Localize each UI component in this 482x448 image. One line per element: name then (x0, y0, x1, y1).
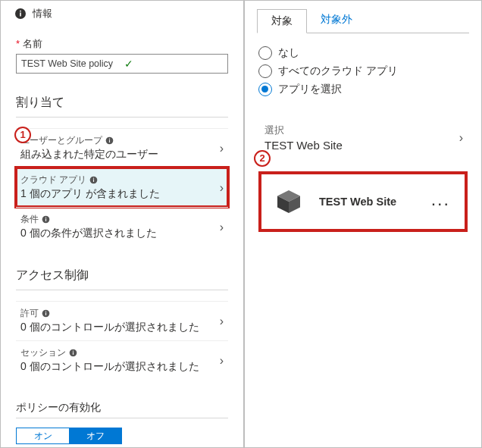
info-icon (105, 136, 114, 145)
svg-rect-7 (93, 179, 94, 181)
info-icon (42, 309, 50, 318)
svg-rect-16 (73, 352, 74, 354)
chevron-right-icon: › (220, 354, 224, 368)
cube-icon (275, 188, 302, 215)
chevron-right-icon: › (220, 315, 224, 328)
assign-item-users-value: 組み込まれた特定のユーザー (20, 146, 205, 161)
name-input[interactable]: TEST Web Site policy ✓ (16, 54, 228, 74)
svg-rect-14 (45, 312, 46, 312)
access-item-grant[interactable]: 許可 0 個のコントロールが選択されました › (16, 301, 228, 340)
info-icon (42, 215, 50, 224)
radio-all-apps[interactable]: すべてのクラウド アプリ (258, 62, 468, 80)
panel-header: 情報 (1, 1, 243, 27)
name-label: *名前 (16, 27, 228, 54)
svg-rect-4 (109, 139, 110, 142)
enable-policy-heading: ポリシーの有効化 (16, 401, 228, 415)
svg-rect-5 (109, 139, 110, 139)
tab-exclude[interactable]: 対象外 (307, 8, 366, 33)
assign-item-conditions[interactable]: 条件 0 個の条件が選択されました › (16, 207, 228, 246)
radio-select-apps[interactable]: アプリを選択 (258, 80, 468, 99)
chevron-right-icon: › (459, 131, 463, 145)
assign-item-conditions-value: 0 個の条件が選択されました (20, 225, 205, 240)
name-value: TEST Web Site policy (21, 58, 120, 69)
chevron-right-icon: › (220, 181, 224, 195)
svg-rect-8 (93, 178, 94, 179)
radio-icon (258, 64, 272, 78)
selected-app-name: TEST Web Site (319, 196, 415, 208)
radio-icon (258, 46, 272, 60)
chevron-right-icon: › (220, 142, 224, 155)
annotation-badge-2: 2 (254, 150, 271, 167)
enable-policy-toggle[interactable]: オン オフ (16, 428, 122, 444)
divider (16, 418, 228, 418)
access-item-session[interactable]: セッション 0 個のコントロールが選択されました › (16, 340, 228, 380)
assign-item-cloud-apps-value: 1 個のアプリ が含まれました (20, 186, 205, 201)
select-value: TEST Web Site (264, 137, 446, 152)
assign-item-users[interactable]: ユーザーとグループ 組み込まれた特定のユーザー › (16, 128, 228, 168)
tab-bar: 対象 対象外 (245, 1, 481, 33)
svg-rect-11 (45, 218, 46, 218)
svg-rect-2 (20, 11, 21, 12)
svg-rect-13 (45, 312, 46, 315)
access-item-session-value: 0 個のコントロールが選択されました (20, 359, 205, 374)
info-icon (69, 349, 77, 357)
info-icon (89, 176, 98, 184)
info-icon (14, 8, 27, 20)
chevron-right-icon: › (220, 221, 224, 234)
access-item-grant-value: 0 個のコントロールが選択されました (20, 319, 205, 334)
section-assign-heading: 割り当て (16, 95, 228, 111)
check-icon: ✓ (124, 58, 223, 69)
radio-none[interactable]: なし (258, 44, 468, 62)
selected-app-card: TEST Web Site ... (258, 171, 468, 232)
assign-item-cloud-apps[interactable]: クラウド アプリ 1 個のアプリ が含まれました › (16, 168, 228, 207)
svg-rect-17 (73, 351, 74, 352)
toggle-on[interactable]: オン (16, 428, 69, 444)
required-star: * (16, 38, 20, 49)
radio-icon (258, 83, 272, 96)
annotation-badge-1: 1 (14, 127, 31, 143)
select-label: 選択 (264, 124, 446, 137)
svg-rect-10 (45, 218, 46, 221)
tab-include[interactable]: 対象 (257, 9, 307, 33)
select-apps-row[interactable]: 選択 TEST Web Site › 2 (258, 118, 468, 158)
divider (16, 290, 228, 290)
divider (16, 117, 228, 117)
toggle-off[interactable]: オフ (69, 428, 122, 444)
panel-title: 情報 (33, 7, 52, 20)
svg-rect-1 (20, 13, 21, 17)
section-access-heading: アクセス制御 (16, 268, 228, 284)
more-button[interactable]: ... (432, 195, 451, 208)
